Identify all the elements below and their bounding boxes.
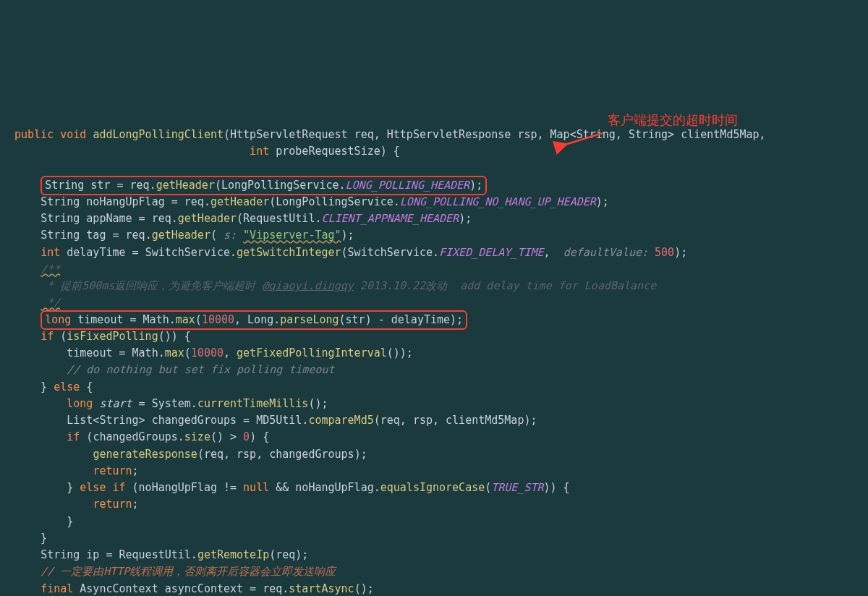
code-line: final AsyncContext asyncContext = req.st… xyxy=(14,582,374,595)
code-line: if (changedGroups.size() > 0) { xyxy=(14,430,269,443)
code-line: return; xyxy=(14,464,139,477)
arrow-icon xyxy=(561,112,604,131)
code-line: List<String> changedGroups = MD5Util.com… xyxy=(14,414,537,427)
code-line: String tag = req.getHeader( s: "Vipserve… xyxy=(14,229,354,242)
code-line: * 提前500ms返回响应，为避免客户端超时 @qiaoyi.dingqy 20… xyxy=(14,279,656,292)
highlight-box-1: String str = req.getHeader(LongPollingSe… xyxy=(41,176,487,195)
code-line: /** xyxy=(14,263,60,276)
code-line: generateResponse(req, rsp, changedGroups… xyxy=(14,448,367,461)
code-line: String noHangUpFlag = req.getHeader(Long… xyxy=(14,195,609,208)
code-line: int delayTime = SwitchService.getSwitchI… xyxy=(14,246,687,259)
code-line: String ip = RequestUtil.getRemoteIp(req)… xyxy=(14,548,308,561)
code-line: // do nothing but set fix polling timeou… xyxy=(14,363,335,376)
code-line: timeout = Math.max(10000, getFixedPollin… xyxy=(14,346,413,359)
code-line: int probeRequestSize) { xyxy=(14,145,400,158)
highlight-box-2: long timeout = Math.max(10000, Long.pars… xyxy=(41,310,467,330)
red-annotation: 客户端提交的超时时间 xyxy=(608,111,738,131)
code-line: // 一定要由HTTP线程调用，否则离开后容器会立即发送响应 xyxy=(14,565,336,578)
code-line: } xyxy=(14,515,73,528)
code-line: long timeout = Math.max(10000, Long.pars… xyxy=(14,313,467,326)
code-line: if (isFixedPolling()) { xyxy=(14,330,191,343)
code-line: } else if (noHangUpFlag != null && noHan… xyxy=(14,481,570,494)
code-line: String str = req.getHeader(LongPollingSe… xyxy=(14,179,487,192)
code-line: */ xyxy=(14,296,60,309)
code-line: String appName = req.getHeader(RequestUt… xyxy=(14,212,472,225)
svg-line-0 xyxy=(565,133,603,145)
code-block: 客户端提交的超时时间 public void addLongPollingCli… xyxy=(14,76,854,596)
code-line: } xyxy=(14,532,47,545)
code-line: long start = System.currentTimeMillis(); xyxy=(14,397,328,410)
code-line: } else { xyxy=(14,380,93,393)
code-line: return; xyxy=(14,498,139,511)
